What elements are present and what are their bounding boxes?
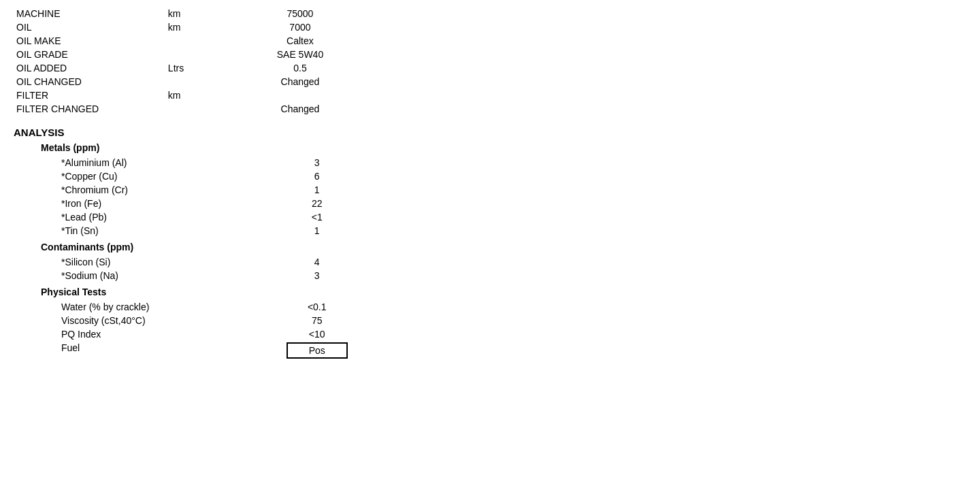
metals-value: 3 [266, 156, 368, 169]
info-unit [165, 102, 233, 116]
info-label: OIL GRADE [14, 48, 165, 61]
physical-row: Viscosity (cSt,40°C) 75 [14, 314, 368, 327]
info-unit: km [165, 7, 233, 20]
info-value: Caltex [233, 34, 368, 48]
info-label: FILTER [14, 88, 165, 102]
metals-value: 1 [266, 224, 368, 238]
highlighted-value: Pos [287, 342, 348, 359]
metals-label: *Iron (Fe) [14, 197, 266, 210]
contaminants-label: *Sodium (Na) [14, 269, 266, 282]
info-row: OIL GRADE SAE 5W40 [14, 48, 368, 61]
info-label: OIL [14, 20, 165, 34]
info-value [233, 88, 368, 102]
info-unit [165, 75, 233, 88]
info-value: Changed [233, 75, 368, 88]
metals-label: *Copper (Cu) [14, 169, 266, 183]
physical-row: PQ Index <10 [14, 327, 368, 341]
physical-row: Fuel Pos [14, 341, 368, 360]
info-label: OIL CHANGED [14, 75, 165, 88]
metals-table: *Aluminium (Al) 3 *Copper (Cu) 6 *Chromi… [14, 156, 368, 238]
contaminants-value: 4 [266, 255, 368, 269]
physical-value: <0.1 [266, 300, 368, 314]
metals-label: *Aluminium (Al) [14, 156, 266, 169]
info-unit [165, 48, 233, 61]
info-value: SAE 5W40 [233, 48, 368, 61]
metals-label: *Tin (Sn) [14, 224, 266, 238]
info-label: OIL ADDED [14, 61, 165, 75]
physical-value: 75 [266, 314, 368, 327]
contaminants-label: *Silicon (Si) [14, 255, 266, 269]
info-row: FILTER km [14, 88, 368, 102]
physical-label: Water (% by crackle) [14, 300, 266, 314]
info-row: OIL MAKE Caltex [14, 34, 368, 48]
contaminants-table: *Silicon (Si) 4 *Sodium (Na) 3 [14, 255, 368, 282]
info-row: OIL km 7000 [14, 20, 368, 34]
physical-label: Fuel [14, 341, 266, 360]
info-row: OIL ADDED Ltrs 0.5 [14, 61, 368, 75]
info-label: FILTER CHANGED [14, 102, 165, 116]
physical-tests-header: Physical Tests [41, 287, 966, 297]
info-unit: Ltrs [165, 61, 233, 75]
metals-value: 6 [266, 169, 368, 183]
physical-label: PQ Index [14, 327, 266, 341]
metals-value: <1 [266, 210, 368, 224]
metals-label: *Lead (Pb) [14, 210, 266, 224]
physical-label: Viscosity (cSt,40°C) [14, 314, 266, 327]
info-value: 75000 [233, 7, 368, 20]
info-row: OIL CHANGED Changed [14, 75, 368, 88]
info-value: Changed [233, 102, 368, 116]
contaminants-row: *Silicon (Si) 4 [14, 255, 368, 269]
physical-value: Pos [266, 341, 368, 360]
metals-row: *Lead (Pb) <1 [14, 210, 368, 224]
metals-row: *Tin (Sn) 1 [14, 224, 368, 238]
metals-row: *Iron (Fe) 22 [14, 197, 368, 210]
metals-value: 22 [266, 197, 368, 210]
info-value: 0.5 [233, 61, 368, 75]
info-value: 7000 [233, 20, 368, 34]
info-row: MACHINE km 75000 [14, 7, 368, 20]
metals-row: *Copper (Cu) 6 [14, 169, 368, 183]
metals-row: *Aluminium (Al) 3 [14, 156, 368, 169]
info-unit [165, 34, 233, 48]
info-label: MACHINE [14, 7, 165, 20]
metals-header: Metals (ppm) [41, 142, 966, 153]
physical-row: Water (% by crackle) <0.1 [14, 300, 368, 314]
metals-value: 1 [266, 183, 368, 197]
info-table: MACHINE km 75000 OIL km 7000 OIL MAKE Ca… [14, 7, 368, 116]
info-row: FILTER CHANGED Changed [14, 102, 368, 116]
contaminants-value: 3 [266, 269, 368, 282]
analysis-header: ANALYSIS [14, 127, 966, 138]
metals-label: *Chromium (Cr) [14, 183, 266, 197]
info-unit: km [165, 20, 233, 34]
contaminants-header: Contaminants (ppm) [41, 242, 966, 252]
info-unit: km [165, 88, 233, 102]
info-label: OIL MAKE [14, 34, 165, 48]
physical-value: <10 [266, 327, 368, 341]
metals-row: *Chromium (Cr) 1 [14, 183, 368, 197]
physical-tests-table: Water (% by crackle) <0.1 Viscosity (cSt… [14, 300, 368, 360]
contaminants-row: *Sodium (Na) 3 [14, 269, 368, 282]
